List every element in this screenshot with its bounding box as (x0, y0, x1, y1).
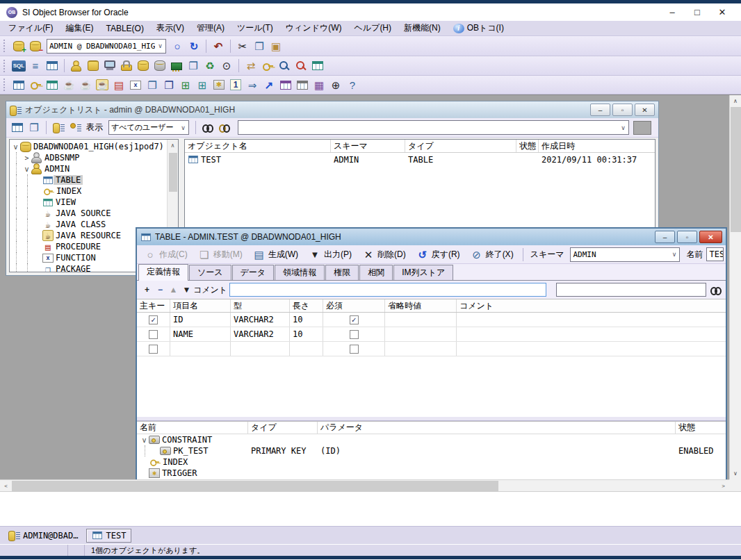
object-list-titlebar[interactable]: オブジェクトリスト - admin @ DBADWNODA01_HIGH – ▫… (6, 101, 658, 118)
data-search-icon[interactable] (293, 58, 309, 74)
delete-button[interactable]: ✕削除(D) (357, 247, 412, 262)
tab-storage[interactable]: 領域情報 (275, 265, 325, 280)
related-column-header[interactable]: 状態 (676, 422, 726, 434)
scroll-up-icon[interactable]: ∧ (730, 95, 741, 107)
grid-column-header[interactable]: 必須 (323, 299, 385, 312)
related-column-header[interactable]: 名前 (137, 422, 248, 434)
checkbox[interactable] (350, 330, 359, 339)
checkbox[interactable] (149, 345, 158, 354)
function-object-icon[interactable]: x (127, 77, 144, 92)
procedure-object-icon[interactable]: ▤ (111, 77, 127, 92)
package-body-object-icon[interactable]: ❐ (161, 77, 177, 92)
export-import-icon[interactable]: ⇄ (243, 58, 259, 74)
tab-data[interactable]: データ (232, 265, 275, 280)
undo-icon[interactable]: ↶ (210, 38, 227, 53)
tree-item-table[interactable]: TABLE (11, 174, 166, 186)
tree-item-index[interactable]: INDEX (11, 186, 166, 197)
cluster-object-icon[interactable]: ▦ (311, 77, 327, 92)
output-button[interactable]: ▼出力(P) (304, 247, 357, 262)
tab-definition[interactable]: 定義情報 (138, 264, 188, 281)
find-icon[interactable] (710, 286, 722, 295)
rollback-segment-icon[interactable] (152, 58, 168, 74)
close-button[interactable]: ✕ (710, 5, 735, 19)
expander-icon[interactable]: v (11, 143, 20, 151)
table-object-icon[interactable] (10, 77, 27, 92)
minimize-button[interactable]: – (590, 104, 610, 116)
menu-view[interactable]: 表示(V) (150, 21, 190, 35)
tab-related[interactable]: 相関 (359, 265, 393, 280)
trigger-object-icon[interactable]: ✱ (211, 77, 227, 92)
scroll-left-icon[interactable]: < (0, 480, 12, 491)
delete-row-button[interactable]: − (154, 283, 167, 296)
database-manager-icon[interactable] (85, 58, 101, 74)
paste-icon[interactable]: ▣ (268, 38, 284, 53)
find-icon[interactable] (200, 120, 216, 135)
search-exec-button[interactable] (633, 121, 651, 135)
filter-input[interactable] (556, 283, 706, 297)
menu-admin[interactable]: 管理(A) (190, 21, 231, 35)
menu-window[interactable]: ウィンドウ(W) (279, 21, 348, 35)
column-row-2[interactable] (137, 342, 726, 356)
scroll-up-icon[interactable]: ∧ (168, 140, 178, 151)
scroll-down-icon[interactable]: ∨ (730, 468, 741, 479)
grid-column-header[interactable]: 項目名 (170, 299, 231, 312)
restore-button[interactable]: ▫ (677, 231, 697, 243)
scrollbar-thumb[interactable] (169, 153, 177, 192)
java-class-object-icon[interactable]: ☕ (77, 77, 94, 92)
menu-newfeature[interactable]: 新機能(N) (398, 21, 447, 35)
grid-column-header[interactable]: コメント (457, 299, 726, 312)
column-row-1[interactable]: NAMEVARCHAR210 (137, 327, 726, 342)
object-row-test[interactable]: TESTADMINTABLE2021/09/11 00:31:37202 (185, 153, 655, 166)
objectlist-switch-icon[interactable]: ❐ (26, 120, 42, 135)
lock-manager-icon[interactable] (118, 58, 135, 74)
create-button[interactable]: ○作成(C) (139, 247, 193, 262)
menu-table[interactable]: TABLE(O) (99, 21, 149, 35)
related-row-index[interactable]: INDEX (137, 456, 726, 468)
menu-obtoko[interactable]: iOBトコ(I) (447, 21, 510, 35)
tab-im-column-store[interactable]: IM列ストア (393, 265, 453, 280)
related-row-pk-test[interactable]: PK_TESTPRIMARY KEY(ID)ENABLED (137, 445, 726, 456)
cut-icon[interactable]: ✂ (234, 38, 251, 53)
toolbar-grip[interactable] (3, 40, 7, 52)
column-header[interactable]: 作成日時 (539, 140, 656, 152)
object-filter-icon[interactable] (50, 120, 67, 135)
script-icon[interactable]: ≡ (27, 58, 44, 74)
name-input[interactable]: TEST (706, 247, 724, 261)
tree-item-view[interactable]: VIEW (11, 197, 166, 208)
grid-column-header[interactable]: 省略時値 (385, 299, 457, 312)
chevron-down-icon[interactable]: ∨ (669, 251, 679, 258)
menu-tools[interactable]: ツール(T) (231, 21, 279, 35)
disconnect-icon[interactable] (27, 38, 44, 53)
connect-icon[interactable] (10, 38, 27, 53)
close-button[interactable]: ⊘終了(X) (466, 247, 519, 262)
revert-button[interactable]: ↺戻す(R) (412, 247, 466, 262)
chevron-down-icon[interactable]: ∨ (155, 42, 165, 49)
expander-icon[interactable]: > (22, 154, 31, 162)
move-row-down-button[interactable]: ▼ (180, 283, 193, 296)
toolbar-grip[interactable] (3, 79, 7, 91)
chevron-down-icon[interactable]: ∨ (178, 124, 188, 131)
mview-log-object-icon[interactable] (294, 77, 311, 92)
minimize-button[interactable]: – (660, 5, 685, 19)
tree-item-db-root[interactable]: vDBADWNODA01_HIGH(esj1pod7) (11, 141, 166, 152)
recyclebin-icon[interactable]: ♻ (202, 58, 218, 74)
grid-column-header[interactable]: 主キー (137, 299, 170, 312)
materialized-view-object-icon[interactable] (277, 77, 294, 92)
find-next-icon[interactable] (216, 120, 233, 135)
related-column-header[interactable]: パラメータ (318, 422, 676, 434)
scrollbar-thumb[interactable] (12, 481, 498, 491)
user-filter-icon[interactable] (67, 120, 83, 135)
tab-privileges[interactable]: 権限 (325, 265, 359, 280)
checkbox[interactable]: ✓ (350, 315, 359, 324)
java-resource-object-icon[interactable]: ☕ (94, 77, 111, 92)
pane-splitter[interactable] (137, 416, 726, 421)
comment-input[interactable] (229, 283, 546, 297)
commit-icon[interactable]: ○ (169, 38, 186, 53)
tree-item-adbsnmp[interactable]: >ADBSNMP (11, 152, 166, 163)
menu-edit[interactable]: 編集(E) (59, 21, 99, 35)
move-row-up-button[interactable]: ▲ (167, 283, 180, 296)
table-compare-icon[interactable] (309, 58, 326, 74)
user-filter-combo[interactable]: すべてのユーザー ∨ (108, 120, 189, 135)
index-object-icon[interactable] (27, 77, 44, 92)
tree-item-admin[interactable]: vADMIN (11, 163, 166, 174)
